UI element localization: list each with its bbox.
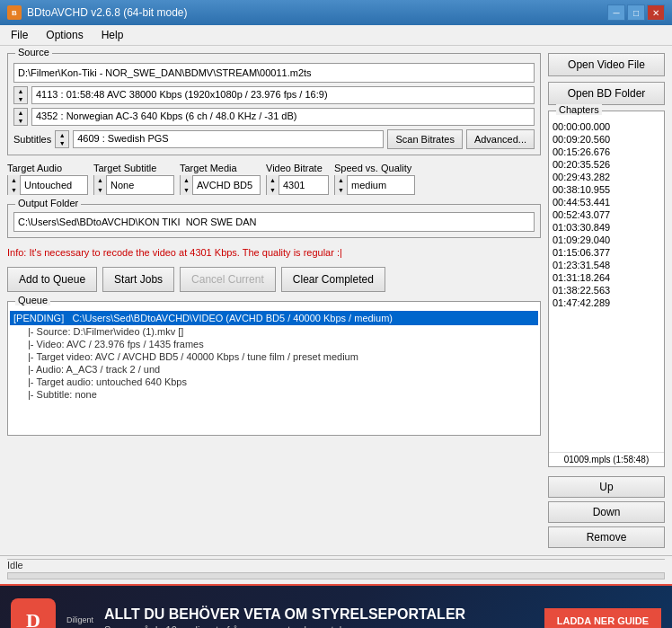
- queue-content[interactable]: [PENDING] C:\Users\Sed\BDtoAVCHD\VIDEO (…: [8, 309, 540, 433]
- target-media-combo[interactable]: ▲ ▼ AVCHD BD5: [180, 175, 261, 195]
- menu-options[interactable]: Options: [39, 27, 90, 43]
- chapter-item[interactable]: 01:47:42.289: [551, 296, 662, 309]
- minimize-button[interactable]: ─: [607, 4, 625, 21]
- scan-bitrates-button[interactable]: Scan Bitrates: [387, 129, 462, 149]
- speed-quality-combo[interactable]: ▲ ▼ medium: [334, 175, 415, 195]
- ad-logo-letter: D: [26, 609, 40, 628]
- status-section: Idle: [0, 555, 672, 584]
- chapter-item[interactable]: 01:31:18.264: [551, 271, 662, 284]
- queue-detail-source: |- Source: D:\Filmer\video (1).mkv []: [10, 325, 538, 338]
- target-media-group: Target Media ▲ ▼ AVCHD BD5: [180, 163, 261, 195]
- progress-bar: [7, 572, 665, 579]
- status-text: Idle: [7, 559, 665, 571]
- chapter-item[interactable]: 01:23:31.548: [551, 259, 662, 271]
- cancel-current-button[interactable]: Cancel Current: [180, 267, 276, 292]
- subtitles-spinner-up[interactable]: ▲: [56, 131, 68, 139]
- video-bitrate-value: 4301: [279, 178, 328, 192]
- audio-spinner[interactable]: ▲ ▼: [13, 108, 28, 126]
- window-controls: ─ □ ✕: [607, 4, 665, 21]
- speed-quality-label: Speed vs. Quality: [334, 163, 415, 173]
- down-button[interactable]: Down: [548, 501, 665, 523]
- chapter-item[interactable]: 00:52:43.077: [551, 208, 662, 221]
- queue-section: Queue [PENDING] C:\Users\Sed\BDtoAVCHD\V…: [7, 301, 541, 436]
- ad-subtext: Svaren på de 10 vanligaste frågorna om s…: [104, 624, 534, 628]
- target-subtitle-combo[interactable]: ▲ ▼ None: [93, 175, 174, 195]
- audio-row: ▲ ▼ 4352 : Norwegian AC-3 640 Kbps (6 ch…: [13, 108, 535, 126]
- source-path-input[interactable]: [13, 63, 535, 83]
- audio-info: 4352 : Norwegian AC-3 640 Kbps (6 ch / 4…: [31, 108, 535, 126]
- target-audio-combo[interactable]: ▲ ▼ Untouched: [7, 175, 88, 195]
- target-audio-spinner[interactable]: ▲ ▼: [8, 175, 21, 195]
- up-button[interactable]: Up: [548, 476, 665, 498]
- video-row: ▲ ▼ 4113 : 01:58:48 AVC 38000 Kbps (1920…: [13, 86, 535, 104]
- chapters-list[interactable]: 00:00:00.000 00:09:20.560 00:15:26.676 0…: [549, 119, 664, 447]
- target-audio-value: Untouched: [21, 178, 87, 192]
- ad-cta-button[interactable]: LADDA NER GUIDE: [544, 608, 661, 628]
- queue-detail-target-audio: |- Target audio: untouched 640 Kbps: [10, 376, 538, 388]
- output-label: Output Folder: [15, 198, 81, 208]
- speed-quality-value: medium: [348, 178, 414, 192]
- video-spinner-down[interactable]: ▼: [14, 95, 27, 103]
- target-audio-group: Target Audio ▲ ▼ Untouched: [7, 163, 88, 195]
- open-video-file-button[interactable]: Open Video File: [548, 53, 665, 76]
- queue-controls: Up Down Remove: [548, 476, 665, 548]
- advanced-button[interactable]: Advanced...: [466, 129, 535, 149]
- menu-bar: File Options Help: [0, 25, 672, 46]
- clear-completed-button[interactable]: Clear Completed: [281, 267, 385, 292]
- maximize-button[interactable]: □: [627, 4, 645, 21]
- output-section: Output Folder: [7, 204, 541, 238]
- chapter-item[interactable]: 00:15:26.676: [551, 146, 662, 158]
- queue-detail-subtitle: |- Subtitle: none: [10, 388, 538, 401]
- window-title: BDtoAVCHD v2.6.8 (64-bit mode): [27, 6, 607, 19]
- action-buttons: Add to Queue Start Jobs Cancel Current C…: [7, 267, 541, 292]
- video-spinner[interactable]: ▲ ▼: [13, 86, 28, 104]
- menu-file[interactable]: File: [4, 27, 35, 43]
- chapter-item[interactable]: 00:20:35.526: [551, 158, 662, 171]
- target-media-spinner[interactable]: ▲ ▼: [181, 175, 193, 195]
- target-media-value: AVCHD BD5: [193, 178, 260, 192]
- app-icon: B: [7, 5, 22, 20]
- source-label: Source: [15, 47, 52, 57]
- queue-item-pending[interactable]: [PENDING] C:\Users\Sed\BDtoAVCHD\VIDEO (…: [10, 311, 538, 325]
- menu-help[interactable]: Help: [94, 27, 131, 43]
- chapter-item[interactable]: 01:09:29.040: [551, 234, 662, 246]
- ad-logo-subtext: Diligent: [66, 615, 93, 624]
- start-jobs-button[interactable]: Start Jobs: [102, 267, 174, 292]
- chapter-item[interactable]: 01:15:06.377: [551, 246, 662, 259]
- video-bitrate-spinner[interactable]: ▲ ▼: [267, 175, 279, 195]
- subtitles-spinner[interactable]: ▲ ▼: [55, 130, 69, 148]
- chapter-item[interactable]: 00:29:43.282: [551, 171, 662, 183]
- chapters-footer: 01009.mpls (1:58:48): [549, 452, 664, 466]
- target-subtitle-group: Target Subtitle ▲ ▼ None: [93, 163, 174, 195]
- add-to-queue-button[interactable]: Add to Queue: [7, 267, 97, 292]
- queue-detail-video: |- Video: AVC / 23.976 fps / 1435 frames: [10, 338, 538, 350]
- video-bitrate-combo[interactable]: ▲ ▼ 4301: [266, 175, 329, 195]
- target-media-label: Target Media: [180, 163, 261, 173]
- ad-banner: D Diligent ALLT DU BEHÖVER VETA OM STYRE…: [0, 584, 672, 628]
- speed-quality-spinner[interactable]: ▲ ▼: [335, 175, 348, 195]
- queue-label: Queue: [15, 295, 50, 305]
- ad-logo: D: [11, 598, 56, 628]
- chapter-item[interactable]: 01:03:30.849: [551, 221, 662, 234]
- subtitles-spinner-down[interactable]: ▼: [56, 139, 68, 147]
- close-button[interactable]: ✕: [647, 4, 665, 21]
- chapter-item[interactable]: 00:00:00.000: [551, 120, 662, 133]
- chapter-item[interactable]: 00:09:20.560: [551, 133, 662, 146]
- audio-spinner-up[interactable]: ▲: [14, 109, 27, 117]
- ad-headline: ALLT DU BEHÖVER VETA OM STYRELSEPORTALER: [104, 606, 534, 623]
- pending-status: [PENDING]: [13, 313, 64, 323]
- svg-text:B: B: [12, 9, 17, 17]
- output-path-input[interactable]: [13, 212, 535, 232]
- queue-detail-target-video: |- Target video: AVC / AVCHD BD5 / 40000…: [10, 350, 538, 363]
- audio-spinner-down[interactable]: ▼: [14, 117, 27, 125]
- target-subtitle-spinner[interactable]: ▲ ▼: [94, 175, 107, 195]
- remove-button[interactable]: Remove: [548, 526, 665, 548]
- title-bar: B BDtoAVCHD v2.6.8 (64-bit mode) ─ □ ✕: [0, 0, 672, 25]
- speed-quality-group: Speed vs. Quality ▲ ▼ medium: [334, 163, 415, 195]
- chapter-item[interactable]: 00:38:10.955: [551, 183, 662, 196]
- chapter-item[interactable]: 00:44:53.441: [551, 196, 662, 208]
- video-bitrate-label: Video Bitrate: [266, 163, 329, 173]
- chapter-item[interactable]: 01:38:22.563: [551, 284, 662, 296]
- video-spinner-up[interactable]: ▲: [14, 87, 27, 95]
- open-bd-folder-button[interactable]: Open BD Folder: [548, 82, 665, 105]
